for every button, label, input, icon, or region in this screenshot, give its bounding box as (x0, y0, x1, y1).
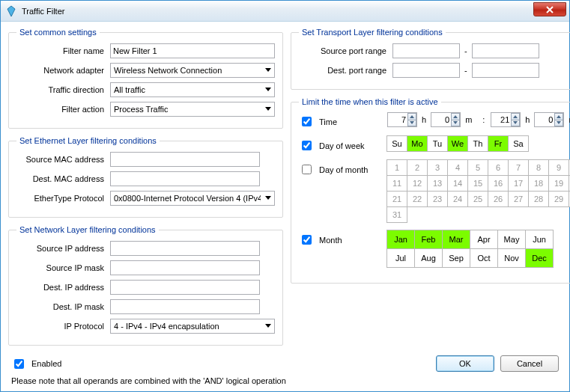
time-from-hour-spinner[interactable] (387, 112, 417, 127)
dom-cell[interactable]: 4 (447, 159, 468, 176)
enabled-checkbox[interactable] (14, 359, 24, 369)
month-cell[interactable]: Oct (470, 248, 498, 268)
time-checkbox-label[interactable]: Time (299, 112, 381, 129)
month-cell[interactable]: Aug (414, 248, 443, 268)
month-checkbox-label[interactable]: Month (299, 230, 381, 247)
dom-cell[interactable]: 21 (386, 191, 407, 207)
dom-cell[interactable]: 27 (508, 191, 529, 207)
traffic-direction-select[interactable] (110, 82, 275, 97)
src-port-from-input[interactable] (392, 43, 460, 58)
enabled-checkbox-label[interactable]: Enabled (11, 357, 61, 371)
dom-checkbox[interactable] (302, 165, 312, 174)
close-button[interactable] (533, 2, 566, 16)
month-cell[interactable]: Jan (386, 230, 415, 249)
src-port-to-input[interactable] (472, 43, 539, 58)
dst-ip-input[interactable] (110, 280, 260, 295)
month-grid: JanFebMarAprMayJunJulAugSepOctNovDec (387, 230, 554, 268)
month-cell[interactable]: Jul (386, 248, 415, 268)
month-cell[interactable]: Dec (525, 248, 554, 268)
dom-cell[interactable]: 2 (407, 159, 428, 176)
spinner-down-icon[interactable] (554, 120, 563, 127)
dom-cell[interactable]: 14 (447, 175, 468, 192)
month-cell[interactable]: Mar (442, 230, 470, 249)
close-icon (546, 6, 554, 13)
dst-mask-input[interactable] (110, 299, 260, 314)
dom-cell[interactable]: 7 (508, 159, 529, 176)
time-to-hour-spinner[interactable] (491, 112, 521, 127)
dow-cell[interactable]: Th (467, 135, 488, 152)
spinner-up-icon[interactable] (511, 113, 520, 120)
time-from-min-spinner[interactable] (431, 112, 461, 127)
dst-port-from-input[interactable] (392, 63, 460, 78)
dom-cell[interactable]: 28 (528, 191, 549, 207)
ethernet-group: Set Ethernet Layer filtering conditions … (8, 136, 283, 218)
cancel-button[interactable]: Cancel (500, 355, 559, 372)
network-group: Set Network Layer filtering conditions S… (8, 225, 283, 346)
dow-cell[interactable]: Tu (427, 135, 448, 152)
dom-cell[interactable]: 11 (386, 175, 407, 192)
dst-mac-input[interactable] (110, 171, 260, 186)
dow-checkbox[interactable] (302, 141, 312, 150)
window-title: Traffic Filter (22, 7, 64, 16)
spinner-down-icon[interactable] (407, 120, 416, 127)
dom-cell[interactable]: 12 (407, 175, 428, 192)
dow-cell[interactable]: Su (386, 135, 407, 152)
dom-cell[interactable]: 5 (467, 159, 488, 176)
spinner-down-icon[interactable] (511, 120, 520, 127)
ethertype-label: EtherType Protocol (16, 194, 110, 203)
src-ip-input[interactable] (110, 241, 260, 256)
spinner-up-icon[interactable] (451, 113, 460, 120)
src-mask-input[interactable] (110, 260, 260, 275)
filter-action-select[interactable] (110, 102, 275, 117)
network-adapter-select[interactable] (110, 63, 275, 78)
spinner-up-icon[interactable] (407, 113, 416, 120)
range-dash: - (460, 66, 472, 75)
dom-cell[interactable]: 25 (467, 191, 488, 207)
filter-name-input[interactable] (110, 43, 275, 58)
dst-mask-label: Dest. IP mask (16, 302, 110, 311)
dom-cell[interactable]: 8 (528, 159, 549, 176)
month-cell[interactable]: May (497, 230, 526, 249)
dom-cell[interactable]: 9 (548, 159, 569, 176)
time-checkbox[interactable] (302, 117, 312, 126)
traffic-direction-label: Traffic direction (16, 85, 110, 94)
dow-cell[interactable]: Sa (508, 135, 529, 152)
time-to-min-spinner[interactable] (534, 112, 564, 127)
month-cell[interactable]: Jun (525, 230, 554, 249)
dow-cell[interactable]: We (447, 135, 468, 152)
dom-cell[interactable]: 19 (548, 175, 569, 192)
src-mac-input[interactable] (110, 152, 260, 167)
range-dash: - (460, 46, 472, 55)
month-cell[interactable]: Nov (497, 248, 526, 268)
dom-cell[interactable]: 18 (528, 175, 549, 192)
spinner-down-icon[interactable] (451, 120, 460, 127)
month-checkbox[interactable] (302, 235, 312, 245)
dom-cell[interactable]: 6 (488, 159, 509, 176)
ok-button[interactable]: OK (436, 355, 494, 372)
dom-cell[interactable]: 16 (488, 175, 509, 192)
dom-cell[interactable]: 3 (427, 159, 448, 176)
dom-cell[interactable]: 23 (427, 191, 448, 207)
dst-port-to-input[interactable] (472, 63, 539, 78)
dom-cell[interactable]: 1 (386, 159, 407, 176)
month-cell[interactable]: Feb (414, 230, 443, 249)
dom-cell[interactable]: 31 (386, 206, 407, 223)
dom-cell[interactable]: 29 (548, 191, 569, 207)
ethertype-select[interactable] (110, 191, 275, 206)
dom-cell[interactable]: 13 (427, 175, 448, 192)
dow-cell[interactable]: Mo (407, 135, 428, 152)
dom-cell[interactable]: 17 (508, 175, 529, 192)
dom-cell[interactable]: 22 (407, 191, 428, 207)
dom-cell[interactable]: 24 (447, 191, 468, 207)
dom-checkbox-label[interactable]: Day of month (299, 160, 381, 177)
dom-cell[interactable]: 26 (488, 191, 509, 207)
day-of-month-grid: 1234567891011121314151617181920212223242… (387, 160, 570, 223)
titlebar: Traffic Filter (1, 1, 569, 22)
month-cell[interactable]: Sep (442, 248, 470, 268)
ip-proto-select[interactable] (110, 319, 275, 334)
dow-cell[interactable]: Fr (488, 135, 509, 152)
dow-checkbox-label[interactable]: Day of week (299, 136, 381, 153)
spinner-up-icon[interactable] (554, 113, 563, 120)
dom-cell[interactable]: 15 (467, 175, 488, 192)
month-cell[interactable]: Apr (470, 230, 498, 249)
